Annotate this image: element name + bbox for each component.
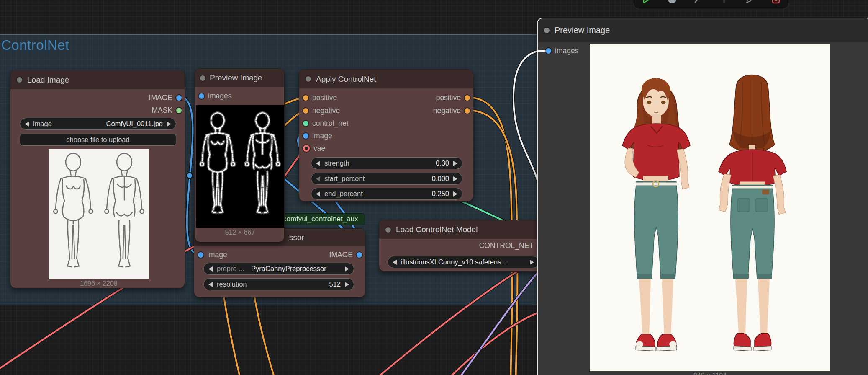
widget-value: PyraCannyPreprocessor <box>251 265 326 273</box>
increase-icon[interactable] <box>453 176 457 181</box>
input-images[interactable]: images <box>199 92 231 100</box>
run-icon[interactable] <box>641 0 652 5</box>
output-negative[interactable]: negative <box>433 106 470 115</box>
node-preview-image-large[interactable]: Preview Image images <box>537 18 868 375</box>
output-label: IMAGE <box>329 251 353 259</box>
next-value-icon[interactable] <box>345 282 349 287</box>
conditioning-slot-icon[interactable] <box>303 108 308 114</box>
image-slot-icon[interactable] <box>198 252 203 258</box>
prev-value-icon[interactable] <box>208 266 213 272</box>
status-icon[interactable] <box>667 0 678 5</box>
control-net-slot-icon[interactable] <box>303 121 308 126</box>
vae-slot-icon[interactable] <box>303 145 310 152</box>
collapse-dot-icon[interactable] <box>306 76 311 82</box>
output-label: IMAGE <box>149 93 172 102</box>
node-load-controlnet-model[interactable]: Load ControlNet Model CONTROL_NET illust… <box>379 220 546 272</box>
collapse-dot-icon[interactable] <box>544 28 550 33</box>
increase-icon[interactable] <box>453 191 457 197</box>
output-label: CONTROL_NET <box>479 241 534 250</box>
output-label: negative <box>433 106 461 115</box>
node-title: Load ControlNet Model <box>396 225 478 234</box>
increase-icon[interactable] <box>453 161 457 166</box>
loaded-image-preview[interactable] <box>49 149 149 279</box>
add-icon[interactable] <box>719 0 729 5</box>
decrease-icon[interactable] <box>316 161 320 166</box>
input-images[interactable]: images <box>546 47 578 55</box>
strength-widget[interactable]: strength 0.30 <box>311 157 462 169</box>
node-title: Preview Image <box>210 73 262 83</box>
resolution-widget[interactable]: resolution 512 <box>203 278 354 290</box>
node-title: ssor <box>289 233 304 242</box>
node-title: Apply ControlNet <box>316 75 376 84</box>
next-value-icon[interactable] <box>167 122 171 127</box>
input-image[interactable]: image <box>198 251 227 259</box>
wire-vae-c[interactable] <box>444 311 542 375</box>
input-label: image <box>207 251 227 259</box>
collapse-dot-icon[interactable] <box>385 227 391 233</box>
upload-button[interactable]: choose file to upload <box>20 134 176 146</box>
input-control-net[interactable]: control_net <box>303 119 349 127</box>
node-load-image[interactable]: Load Image IMAGE MASK image ComfyUI_0011… <box>10 70 185 288</box>
prev-value-icon[interactable] <box>393 260 397 265</box>
end-percent-widget[interactable]: end_percent 0.250 <box>311 188 462 200</box>
input-label: images <box>555 47 578 55</box>
input-label: positive <box>312 93 337 102</box>
node-apply-controlnet[interactable]: Apply ControlNet positive negative contr… <box>299 69 473 202</box>
widget-value: 512 <box>329 280 341 288</box>
image-slot-icon[interactable] <box>546 48 551 54</box>
widget-value: 0.250 <box>432 190 449 198</box>
link-midpoint-dot[interactable] <box>187 173 193 178</box>
prev-value-icon[interactable] <box>208 282 213 287</box>
character-front-back-illustration <box>590 44 830 371</box>
mask-slot-icon[interactable] <box>176 108 182 113</box>
link-icon[interactable] <box>693 0 704 5</box>
output-label: MASK <box>152 106 172 115</box>
output-image[interactable]: IMAGE <box>149 93 182 102</box>
node-title: Preview Image <box>555 26 610 35</box>
model-combo-widget[interactable]: illustriousXLCanny_v10.safetens ... <box>388 256 539 268</box>
conditioning-slot-icon[interactable] <box>465 95 470 101</box>
input-positive[interactable]: positive <box>303 93 337 102</box>
output-mask[interactable]: MASK <box>152 106 182 114</box>
image-slot-icon[interactable] <box>303 133 308 139</box>
edit-icon[interactable] <box>745 0 755 5</box>
decrease-icon[interactable] <box>316 191 320 197</box>
input-image[interactable]: image <box>303 132 332 140</box>
input-label: control_net <box>312 119 349 128</box>
output-control-net[interactable]: CONTROL_NET <box>479 241 543 250</box>
tooltip-node-source: comfyui_controlnet_aux <box>279 213 365 225</box>
input-label: vae <box>313 144 325 153</box>
image-combo-widget[interactable]: image ComfyUI_0011.jpg <box>20 118 176 130</box>
node-header[interactable]: Load Image <box>10 70 185 89</box>
canvas-toolbar[interactable] <box>633 0 789 9</box>
node-title: Load Image <box>27 75 69 85</box>
input-negative[interactable]: negative <box>303 106 340 115</box>
start-percent-widget[interactable]: start_percent 0.000 <box>311 173 462 185</box>
conditioning-slot-icon[interactable] <box>465 108 470 114</box>
image-slot-icon[interactable] <box>199 93 204 99</box>
decrease-icon[interactable] <box>316 176 320 181</box>
prev-value-icon[interactable] <box>25 122 29 127</box>
input-vae[interactable]: vae <box>303 144 325 153</box>
widget-value: 0.000 <box>432 175 449 183</box>
canny-preview-image[interactable] <box>196 105 284 228</box>
output-image[interactable]: IMAGE <box>329 251 362 259</box>
widget-value: illustriousXLCanny_v10.safetens ... <box>401 258 509 266</box>
widget-label: start_percent <box>324 175 365 183</box>
conditioning-slot-icon[interactable] <box>303 95 308 101</box>
collapse-dot-icon[interactable] <box>200 75 205 81</box>
image-slot-icon[interactable] <box>176 95 182 101</box>
next-value-icon[interactable] <box>345 266 349 272</box>
delete-icon[interactable] <box>770 0 781 5</box>
preprocessor-combo-widget[interactable]: prepro ... PyraCannyPreprocessor <box>203 263 354 275</box>
collapse-dot-icon[interactable] <box>17 77 22 83</box>
generated-image-preview[interactable] <box>590 44 830 371</box>
node-preview-image-small[interactable]: Preview Image images <box>195 68 285 242</box>
widget-label: image <box>33 120 52 128</box>
widget-label: resolution <box>217 280 247 288</box>
next-value-icon[interactable] <box>530 260 534 265</box>
node-graph-canvas[interactable]: ControlNet Load Image IMAGE MASK <box>0 0 868 375</box>
input-label: image <box>312 132 332 140</box>
output-positive[interactable]: positive <box>436 93 470 102</box>
image-slot-icon[interactable] <box>357 252 362 258</box>
